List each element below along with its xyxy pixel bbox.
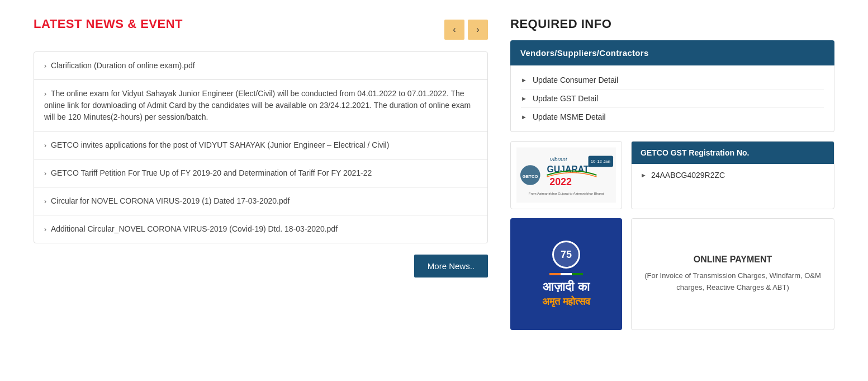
bottom-row: 75 आज़ादी का अमृत महोत्सव ONLINE PAYMENT…: [510, 218, 834, 330]
chevron-icon: ›: [44, 62, 46, 70]
prev-button[interactable]: ‹: [444, 20, 464, 40]
vendor-arrow-icon: ►: [521, 77, 527, 83]
news-list: ›Clarification (Duration of online exam)…: [34, 51, 488, 243]
news-item[interactable]: ›Additional Circular_NOVEL CORONA VIRUS-…: [34, 215, 487, 243]
azadi-banner: 75 आज़ादी का अमृत महोत्सव: [510, 218, 622, 330]
gst-box: GETCO GST Registration No. ► 24AABCG4029…: [631, 141, 834, 209]
gst-content: ► 24AABCG4029R2ZC: [632, 164, 834, 186]
azadi-line2: अमृत महोत्सव: [542, 296, 590, 308]
online-payment-title: ONLINE PAYMENT: [694, 255, 772, 265]
more-news-wrapper: More News..: [34, 255, 488, 277]
vendor-link-label: Update Consumer Detail: [533, 76, 618, 84]
chevron-icon: ›: [44, 142, 46, 149]
chevron-icon: ›: [44, 170, 46, 177]
vendor-arrow-icon: ►: [521, 95, 527, 102]
online-payment-box: ONLINE PAYMENT (For Invoice of Transmiss…: [631, 218, 834, 330]
news-item[interactable]: ›GETCO invites applications for the post…: [34, 131, 487, 159]
section-title: LATEST NEWS & EVENT: [34, 17, 183, 31]
bar-orange: [549, 273, 561, 275]
vendor-link-label: Update GST Detail: [533, 94, 598, 103]
news-item[interactable]: ›Circular for NOVEL CORONA VIRUS-2019 (1…: [34, 187, 487, 215]
gst-arrow-icon: ►: [641, 172, 647, 178]
next-button[interactable]: ›: [468, 20, 488, 40]
svg-text:GETCO: GETCO: [523, 174, 538, 179]
vendors-box-header: Vendors/Suppliers/Contractors: [510, 40, 834, 65]
circle-75: 75: [552, 241, 580, 269]
chevron-icon: ›: [44, 197, 46, 205]
azadi-line1: आज़ादी का: [542, 279, 590, 296]
nav-buttons: ‹ ›: [444, 20, 488, 40]
vendor-arrow-icon: ►: [521, 114, 527, 120]
gst-header: GETCO GST Registration No.: [632, 142, 834, 164]
more-news-button[interactable]: More News..: [414, 255, 488, 277]
gst-registration-number: 24AABCG4029R2ZC: [651, 171, 725, 180]
online-payment-desc: (For Invoice of Transmission Charges, Wi…: [641, 270, 825, 294]
vendor-link[interactable]: ►Update GST Detail: [521, 90, 824, 108]
svg-text:Vibrant: Vibrant: [549, 156, 567, 162]
left-panel: LATEST NEWS & EVENT ‹ › ›Clarification (…: [34, 17, 488, 330]
news-item[interactable]: ›GETCO Tariff Petition For True Up of FY…: [34, 159, 487, 187]
gujarat-banner-svg: GETCO Vibrant GUJARAT 2022 10-12 Jan Fro…: [516, 147, 616, 203]
azadi-inner: 75 आज़ादी का अमृत महोत्सव: [531, 229, 601, 319]
banner-gst-row: GETCO Vibrant GUJARAT 2022 10-12 Jan Fro…: [510, 141, 834, 209]
vendors-box-title: Vendors/Suppliers/Contractors: [520, 48, 649, 58]
vendor-link[interactable]: ►Update MSME Detail: [521, 108, 824, 126]
news-item[interactable]: ›The online exam for Vidyut Sahayak Juni…: [34, 80, 487, 131]
bar-green: [572, 273, 583, 275]
vendor-link[interactable]: ►Update Consumer Detail: [521, 71, 824, 90]
required-info-title: REQUIRED INFO: [510, 17, 834, 31]
chevron-icon: ›: [44, 225, 46, 233]
vendors-links: ►Update Consumer Detail►Update GST Detai…: [510, 65, 834, 132]
gst-registration-link[interactable]: ► 24AABCG4029R2ZC: [641, 171, 825, 180]
tricolor-bar: [549, 273, 583, 275]
svg-text:From Aatmanirbhar Gujarat to A: From Aatmanirbhar Gujarat to Aatmanirbha…: [529, 192, 604, 195]
bar-white: [561, 273, 572, 275]
svg-text:2022: 2022: [549, 176, 572, 187]
news-header: LATEST NEWS & EVENT ‹ ›: [34, 17, 488, 43]
vendor-link-label: Update MSME Detail: [533, 112, 606, 121]
chevron-icon: ›: [44, 90, 46, 98]
right-panel: REQUIRED INFO Vendors/Suppliers/Contract…: [510, 17, 834, 330]
gujarat-banner-box: GETCO Vibrant GUJARAT 2022 10-12 Jan Fro…: [510, 141, 622, 209]
svg-text:10-12 Jan: 10-12 Jan: [591, 159, 610, 164]
news-item[interactable]: ›Clarification (Duration of online exam)…: [34, 52, 487, 80]
